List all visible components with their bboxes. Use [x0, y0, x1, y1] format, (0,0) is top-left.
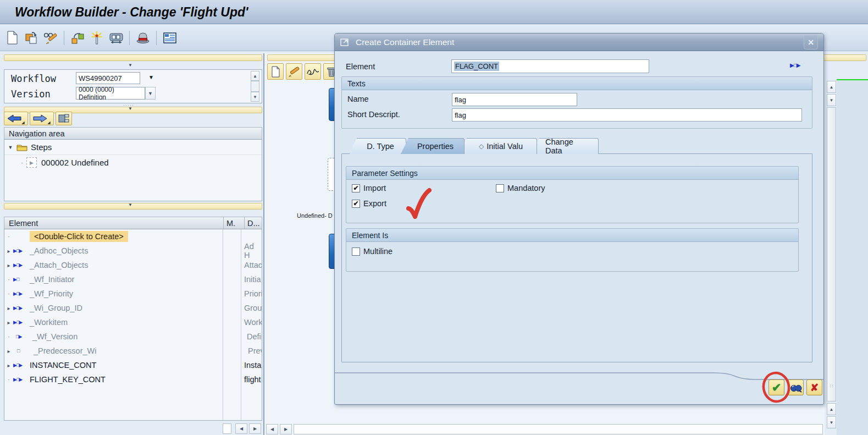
new-document-button[interactable] [4, 30, 20, 46]
element-label: Element [346, 62, 375, 71]
workflow-panel-header-strip[interactable] [4, 54, 262, 61]
collapse-triangle-icon[interactable]: ▼ [125, 202, 135, 208]
activate-wand-button[interactable] [89, 30, 104, 46]
scroll-left-button[interactable]: ◀ [235, 423, 247, 434]
container-icon: □▶ [13, 334, 32, 339]
vscroll-thumb[interactable]: ∷ [827, 107, 836, 401]
folder-icon [16, 143, 27, 151]
hscroll-track[interactable] [294, 424, 823, 434]
close-icon[interactable]: ✕ [804, 35, 818, 49]
name-label: Name [347, 95, 369, 103]
dialog-icon [340, 38, 351, 47]
navigation-area-header: Navigation area [4, 127, 262, 140]
workflow-id-input[interactable]: WS49900207 [76, 72, 140, 84]
version-combo-arrow[interactable]: ▼ [145, 87, 156, 100]
scroll-up-button[interactable]: ▲ [251, 71, 259, 81]
back-arrow-icon [7, 114, 21, 123]
tab-d-type[interactable]: D. Type [349, 138, 406, 154]
container-icon: ▶□▶ [13, 291, 30, 296]
multiline-checkbox-row[interactable]: Multiline [352, 247, 392, 256]
scroll-down-button[interactable]: ▼ [251, 92, 259, 102]
tree-item-steps[interactable]: ▼ Steps [4, 140, 262, 155]
parameter-settings-header: Parameter Settings [346, 167, 798, 180]
element-table-header: Element M. D... [4, 217, 262, 229]
diamond-icon: ◇ [479, 142, 484, 150]
bullet-icon: · [4, 159, 26, 166]
forward-button[interactable]: ◢ [30, 112, 54, 125]
collapse-triangle-icon[interactable]: ▼ [125, 63, 135, 68]
hat-icon [136, 31, 150, 45]
workflow-list-button[interactable] [56, 112, 72, 125]
container-icon: ▶□▶ [13, 377, 30, 382]
multiline-checkbox[interactable] [352, 247, 360, 256]
edit-button[interactable] [286, 63, 302, 80]
hat-button[interactable] [135, 30, 151, 46]
column-element[interactable]: Element [4, 219, 223, 228]
display-change-icon [43, 31, 58, 45]
page-title: Workflow Builder - Change 'Flight Upd' [15, 5, 248, 19]
version-label: Version [11, 89, 51, 100]
scroll-left-button[interactable]: ◀ [266, 424, 278, 434]
navigation-tree: ▼ Steps · ▶ 000002 Undefined [4, 140, 262, 201]
tree-item-step[interactable]: · ▶ 000002 Undefined [4, 155, 262, 170]
container-icon: ▶□▶ [13, 262, 30, 268]
container-icon: ▶□▶ [13, 248, 30, 254]
test-workflow-button[interactable] [70, 30, 85, 46]
tab-initial-value[interactable]: ◇ Initial Valu [459, 138, 537, 154]
test-workflow-icon [70, 31, 85, 45]
export-checkbox[interactable]: ✔ [352, 200, 360, 208]
scroll-right-button[interactable]: ▶ [249, 423, 261, 434]
footer-divider [335, 368, 823, 384]
hscroll-thumb[interactable] [223, 423, 231, 434]
column-m[interactable]: M. [224, 219, 244, 228]
green-check-icon: ✔ [772, 382, 782, 393]
signature-button[interactable] [305, 63, 321, 80]
export-checkbox-row[interactable]: ✔ Export [352, 199, 386, 208]
mandatory-checkbox[interactable] [496, 184, 504, 192]
back-button[interactable]: ◢ [4, 112, 28, 125]
selected-text: FLAG_CONT [454, 62, 499, 71]
container-icon: ▶□▶ [13, 362, 30, 368]
new-page-icon [271, 66, 280, 78]
confirm-button[interactable]: ✔ [769, 379, 784, 395]
scrollbar-track[interactable] [251, 81, 259, 92]
toolbar-separator [64, 31, 64, 45]
short-description-input[interactable]: flag [452, 108, 802, 122]
scroll-down-button[interactable]: ▼ [827, 94, 836, 106]
tree-expand-icon[interactable]: ▼ [4, 145, 16, 150]
scroll-up-button[interactable]: ▲ [827, 81, 836, 93]
scroll-up-button[interactable]: ▲ [827, 403, 836, 415]
pencil-icon [288, 66, 300, 77]
version-select[interactable]: 0000 (0000) Definition [76, 87, 145, 100]
mandatory-checkbox-row[interactable]: Mandatory [496, 184, 545, 192]
copy-button[interactable] [24, 30, 39, 46]
scroll-down-button[interactable]: ▼ [827, 416, 836, 428]
element-table-body: · <Double-Click to Create> ▸▶□▶_Adhoc_Ob… [4, 229, 262, 421]
double-click-to-create[interactable]: <Double-Click to Create> [30, 231, 128, 242]
import-checkbox-row[interactable]: ✔ Import [352, 184, 386, 192]
container-icon: ▶□ [13, 277, 30, 282]
new-page-button[interactable] [267, 63, 284, 80]
element-input[interactable]: FLAG_CONT [451, 59, 649, 73]
scroll-right-button[interactable]: ▶ [280, 424, 292, 434]
name-input[interactable]: flag [452, 93, 577, 106]
display-change-button[interactable] [43, 30, 58, 46]
container-icon: □ [13, 348, 34, 354]
import-checkbox[interactable]: ✔ [352, 184, 360, 192]
parameter-settings-group: Parameter Settings ✔ Import Mandatory ✔ … [346, 166, 799, 223]
cancel-button[interactable]: ✘ [806, 379, 822, 395]
table-view-button[interactable] [162, 30, 178, 46]
workflow-dropdown-icon[interactable]: ▼ [148, 74, 154, 80]
find-button[interactable] [788, 379, 804, 395]
container-icon: ▶□▶ [13, 305, 30, 311]
collapse-triangle-icon[interactable]: ▼ [125, 106, 135, 112]
frames-button[interactable] [108, 30, 124, 46]
forward-arrow-icon [33, 114, 47, 123]
tab-change-data[interactable]: Change Data [532, 138, 599, 154]
dialog-title-bar: Create Container Element ✕ [335, 34, 823, 51]
workflow-info-panel: Workflow WS49900207 ▼ Version 0000 (0000… [4, 69, 262, 103]
tab-properties[interactable]: Properties [401, 138, 465, 154]
column-d[interactable]: D... [245, 219, 260, 228]
navigation-toolbar: ◢ ◢ [4, 112, 262, 126]
thumb-grip: ∷ [830, 383, 833, 389]
